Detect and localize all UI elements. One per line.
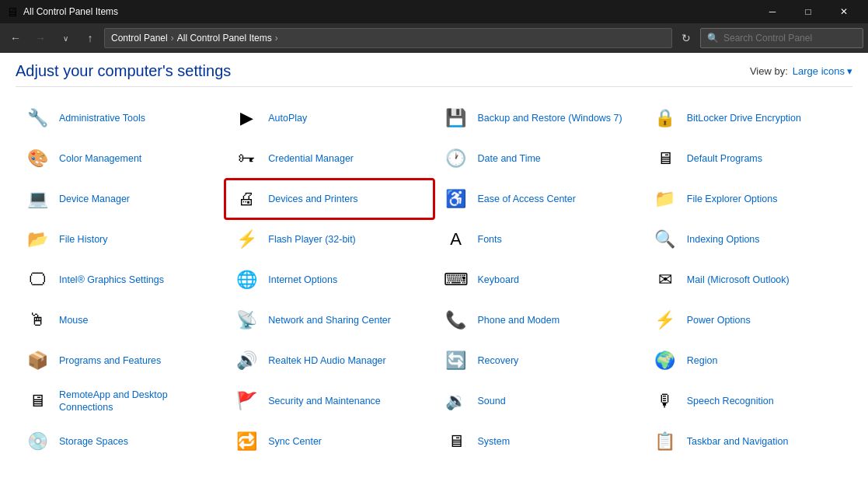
item-remoteapp-and-desktop-connections[interactable]: 🖥RemoteApp and Desktop Connections: [16, 381, 225, 421]
item-file-explorer-options[interactable]: 📁File Explorer Options: [643, 179, 852, 219]
item-icon: 💿: [23, 427, 51, 455]
item-icon: 📂: [23, 225, 51, 253]
item-indexing-options[interactable]: 🔍Indexing Options: [643, 219, 852, 260]
item-recovery[interactable]: 🔄Recovery: [434, 340, 643, 381]
item-device-manager[interactable]: 💻Device Manager: [16, 179, 225, 219]
page-title: Adjust your computer's settings: [16, 62, 231, 80]
item-speech-recognition[interactable]: 🎙Speech Recognition: [643, 381, 852, 421]
item-label: Internet Options: [268, 274, 337, 286]
maximize-button[interactable]: □: [790, 0, 826, 23]
item-security-and-maintenance[interactable]: 🚩Security and Maintenance: [225, 381, 434, 421]
item-fonts[interactable]: ΑFonts: [434, 219, 643, 260]
app-icon: 🖥: [6, 5, 19, 18]
up-button[interactable]: ↑: [79, 27, 101, 49]
item-region[interactable]: 🌍Region: [643, 340, 852, 381]
item-phone-and-modem[interactable]: 📞Phone and Modem: [434, 300, 643, 340]
item-programs-and-features[interactable]: 📦Programs and Features: [16, 340, 225, 381]
item-icon: 🖥: [651, 145, 679, 173]
back-button[interactable]: ←: [5, 27, 26, 49]
item-label: BitLocker Drive Encryption: [687, 112, 801, 124]
item-label: Administrative Tools: [59, 112, 145, 124]
item-icon: 🚩: [232, 387, 260, 415]
item-intel-graphics-settings[interactable]: 🖵Intel® Graphics Settings: [16, 260, 225, 300]
item-mail-microsoft-outlook-[interactable]: ✉Mail (Microsoft Outlook): [643, 260, 852, 300]
path-separator-2: ›: [275, 33, 278, 44]
item-label: RemoteApp and Desktop Connections: [59, 389, 217, 414]
item-storage-spaces[interactable]: 💿Storage Spaces: [16, 421, 225, 462]
path-control-panel[interactable]: Control Panel: [111, 33, 168, 44]
item-label: Realtek HD Audio Manager: [268, 354, 385, 367]
close-button[interactable]: ✕: [826, 0, 862, 23]
item-icon: ✉: [651, 266, 679, 294]
item-label: Flash Player (32-bit): [268, 233, 356, 246]
item-backup-and-restore-windows-7-[interactable]: 💾Backup and Restore (Windows 7): [434, 98, 643, 138]
minimize-button[interactable]: ─: [755, 0, 790, 23]
item-flash-player-32-bit-[interactable]: ⚡Flash Player (32-bit): [225, 219, 434, 260]
item-label: AutoPlay: [268, 112, 307, 124]
item-mouse[interactable]: 🖱Mouse: [16, 300, 225, 340]
item-icon: 💻: [23, 185, 51, 213]
item-internet-options[interactable]: 🌐Internet Options: [225, 260, 434, 300]
item-autoplay[interactable]: ▶AutoPlay: [225, 98, 434, 138]
item-icon: 🔁: [232, 427, 260, 455]
content-header: Adjust your computer's settings View by:…: [16, 62, 852, 87]
item-date-and-time[interactable]: 🕐Date and Time: [434, 138, 643, 179]
item-devices-and-printers[interactable]: 🖨Devices and Printers: [225, 179, 434, 219]
refresh-button[interactable]: ↻: [675, 27, 697, 49]
item-power-options[interactable]: ⚡Power Options: [643, 300, 852, 340]
window-title: All Control Panel Items: [23, 6, 118, 17]
item-sync-center[interactable]: 🔁Sync Center: [225, 421, 434, 462]
item-network-and-sharing-center[interactable]: 📡Network and Sharing Center: [225, 300, 434, 340]
item-icon: ⌨: [442, 266, 470, 294]
item-label: Backup and Restore (Windows 7): [478, 112, 622, 124]
item-label: Security and Maintenance: [268, 395, 381, 407]
item-icon: ⚡: [651, 306, 679, 334]
item-label: Power Options: [687, 314, 751, 326]
item-icon: ♿: [442, 185, 470, 213]
item-icon: 🕐: [442, 145, 470, 173]
forward-button[interactable]: →: [30, 27, 51, 49]
item-label: Keyboard: [478, 274, 520, 286]
item-label: Intel® Graphics Settings: [59, 274, 164, 286]
path-all-items[interactable]: All Control Panel Items: [177, 33, 272, 44]
item-realtek-hd-audio-manager[interactable]: 🔊Realtek HD Audio Manager: [225, 340, 434, 381]
item-label: Taskbar and Navigation: [687, 435, 789, 448]
item-sound[interactable]: 🔉Sound: [434, 381, 643, 421]
item-icon: 📋: [651, 427, 679, 455]
item-label: Phone and Modem: [478, 314, 560, 326]
item-taskbar-and-navigation[interactable]: 📋Taskbar and Navigation: [643, 421, 852, 462]
item-administrative-tools[interactable]: 🔧Administrative Tools: [16, 98, 225, 138]
content-area: Adjust your computer's settings View by:…: [0, 53, 868, 478]
item-icon: 🔧: [23, 104, 51, 132]
item-system[interactable]: 🖥System: [434, 421, 643, 462]
item-icon: 🔍: [651, 225, 679, 253]
item-label: System: [478, 435, 511, 448]
item-credential-manager[interactable]: 🗝Credential Manager: [225, 138, 434, 179]
item-file-history[interactable]: 📂File History: [16, 219, 225, 260]
item-default-programs[interactable]: 🖥Default Programs: [643, 138, 852, 179]
item-icon: 📞: [442, 306, 470, 334]
dropdown-button[interactable]: ∨: [54, 27, 76, 49]
item-label: Devices and Printers: [268, 193, 357, 205]
item-color-management[interactable]: 🎨Color Management: [16, 138, 225, 179]
item-icon: 🔄: [442, 347, 470, 375]
item-bitlocker-drive-encryption[interactable]: 🔒BitLocker Drive Encryption: [643, 98, 852, 138]
item-label: Color Management: [59, 152, 141, 165]
item-label: Fonts: [478, 233, 502, 246]
search-input[interactable]: [723, 33, 856, 44]
view-drop-icon: ▾: [847, 65, 852, 77]
item-icon: 🖵: [23, 266, 51, 294]
item-icon: 🖱: [23, 306, 51, 334]
item-ease-of-access-center[interactable]: ♿Ease of Access Center: [434, 179, 643, 219]
item-keyboard[interactable]: ⌨Keyboard: [434, 260, 643, 300]
item-icon: Α: [442, 225, 470, 253]
view-by-link[interactable]: Large icons ▾: [793, 65, 852, 77]
item-icon: ▶: [232, 104, 260, 132]
item-icon: 🔊: [232, 347, 260, 375]
item-label: Mouse: [59, 314, 89, 326]
item-icon: 🖥: [442, 427, 470, 455]
item-icon: 🔉: [442, 387, 470, 415]
title-bar: 🖥 All Control Panel Items ─ □ ✕: [0, 0, 868, 23]
item-label: File History: [59, 233, 108, 246]
item-icon: 💾: [442, 104, 470, 132]
